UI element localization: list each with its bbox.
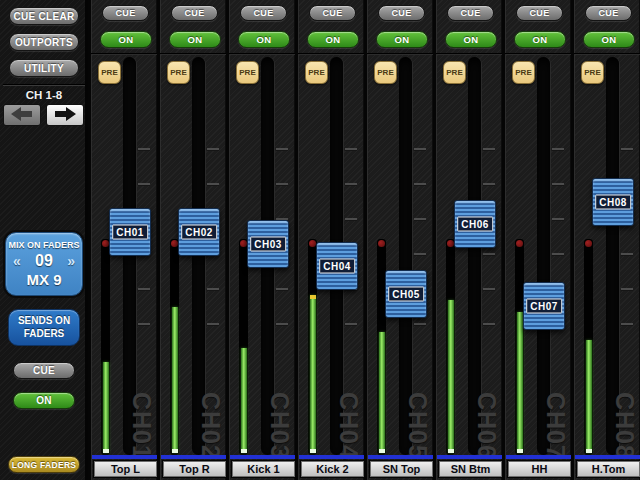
pre-badge[interactable]: PRE [167,61,190,84]
channel-color-bar [437,455,504,459]
peak-indicator [240,240,247,247]
peak-indicator [516,240,523,247]
channel-watermark: CH06 [472,392,501,460]
channel-cue-button[interactable]: CUE [240,5,287,21]
meter-bottom-tip [517,449,523,453]
channel-strip: CUE ON PRE CH08 CH08 H.Tom [571,0,640,480]
pre-badge[interactable]: PRE [512,61,535,84]
channel-cue-button[interactable]: CUE [447,5,494,21]
channel-cue-button[interactable]: CUE [102,5,149,21]
sidebar-on-button[interactable]: ON [13,392,75,409]
fader-handle[interactable]: CH07 [523,282,565,330]
pre-badge[interactable]: PRE [98,61,121,84]
channel-name[interactable]: H.Tom [577,461,640,477]
fader-handle[interactable]: CH03 [247,220,289,268]
pre-badge[interactable]: PRE [236,61,259,84]
channel-cue-button[interactable]: CUE [171,5,218,21]
meter-bottom-tip [379,449,385,453]
pre-badge[interactable]: PRE [581,61,604,84]
pre-badge[interactable]: PRE [374,61,397,84]
fader-handle-label: CH01 [112,225,148,240]
channel-cue-button[interactable]: CUE [585,5,632,21]
arrow-right-icon [53,106,77,125]
channel-watermark: CH07 [541,392,570,460]
mixer-app: CUE CLEAR OUTPORTS UTILITY CH 1-8 MIX ON… [0,0,640,480]
fader-handle[interactable]: CH06 [454,200,496,248]
mix-number: 09 [35,252,53,270]
channel-name[interactable]: Kick 1 [232,461,295,477]
channel-watermark: CH02 [196,392,225,460]
meter-level-bar [103,362,109,453]
meter-level-bar [586,340,592,453]
channel-on-button[interactable]: ON [238,31,290,48]
channel-cue-button[interactable]: CUE [516,5,563,21]
channel-strip: CUE ON PRE CH06 CH06 SN Btm [433,0,502,480]
peak-indicator [102,240,109,247]
pre-badge[interactable]: PRE [443,61,466,84]
next-bank-button[interactable] [46,104,84,126]
channel-name[interactable]: HH [508,461,571,477]
channel-bank-label: CH 1-8 [0,89,88,101]
mix-on-faders-panel[interactable]: MIX ON FADERS « 09 » MX 9 [5,232,83,296]
channel-strip: CUE ON PRE CH02 CH02 Top R [157,0,226,480]
sends-on-faders-button[interactable]: SENDS ON FADERS [8,309,80,346]
channel-watermark: CH04 [334,392,363,460]
channel-strip: CUE ON PRE CH07 CH07 HH [502,0,571,480]
long-faders-button[interactable]: LONG FADERS [8,456,80,473]
channel-name[interactable]: Kick 2 [301,461,364,477]
channel-name[interactable]: Top R [163,461,226,477]
outports-button[interactable]: OUTPORTS [9,33,79,51]
strip-divider [91,53,160,55]
channel-on-button[interactable]: ON [307,31,359,48]
fader-handle[interactable]: CH05 [385,270,427,318]
mix-panel-title: MIX ON FADERS [6,240,82,250]
strip-divider [298,53,367,55]
mix-prev-icon[interactable]: « [13,253,21,269]
pre-badge[interactable]: PRE [305,61,328,84]
strip-divider [160,53,229,55]
channel-on-button[interactable]: ON [100,31,152,48]
meter-level-bar [241,348,247,453]
fader-handle[interactable]: CH01 [109,208,151,256]
channel-name[interactable]: Top L [94,461,157,477]
fader-handle-label: CH08 [595,195,631,210]
channel-color-bar [506,455,573,459]
channel-strip: CUE ON PRE CH03 CH03 Kick 1 [226,0,295,480]
channel-name[interactable]: SN Btm [439,461,502,477]
peak-indicator [447,240,454,247]
channel-color-bar [368,455,435,459]
channel-on-button[interactable]: ON [445,31,497,48]
meter-bottom-tip [241,449,247,453]
strip-divider [505,53,574,55]
strip-divider [229,53,298,55]
channel-color-bar [92,455,159,459]
channel-on-button[interactable]: ON [376,31,428,48]
channel-on-button[interactable]: ON [169,31,221,48]
fader-handle-label: CH04 [319,259,355,274]
channel-color-bar [161,455,228,459]
fader-handle[interactable]: CH08 [592,178,634,226]
fader-handle[interactable]: CH04 [316,242,358,290]
fader-handle-label: CH03 [250,237,286,252]
cue-clear-button[interactable]: CUE CLEAR [9,7,79,25]
sidebar-cue-button[interactable]: CUE [13,362,75,379]
mix-next-icon[interactable]: » [67,253,75,269]
channel-on-button[interactable]: ON [514,31,566,48]
channel-strip: CUE ON PRE CH01 CH01 Top L [88,0,157,480]
peak-indicator [378,240,385,247]
strip-divider [436,53,505,55]
fader-handle-label: CH02 [181,225,217,240]
mix-name: MX 9 [6,271,82,288]
meter-level-bar [172,307,178,453]
sidebar-divider [3,84,85,86]
channel-cue-button[interactable]: CUE [309,5,356,21]
channel-on-button[interactable]: ON [583,31,635,48]
utility-button[interactable]: UTILITY [9,59,79,77]
meter-bottom-tip [586,449,592,453]
channel-cue-button[interactable]: CUE [378,5,425,21]
fader-handle[interactable]: CH02 [178,208,220,256]
sidebar: CUE CLEAR OUTPORTS UTILITY CH 1-8 MIX ON… [0,0,88,480]
channel-watermark: CH08 [610,392,639,460]
prev-bank-button[interactable] [3,104,41,126]
channel-name[interactable]: SN Top [370,461,433,477]
